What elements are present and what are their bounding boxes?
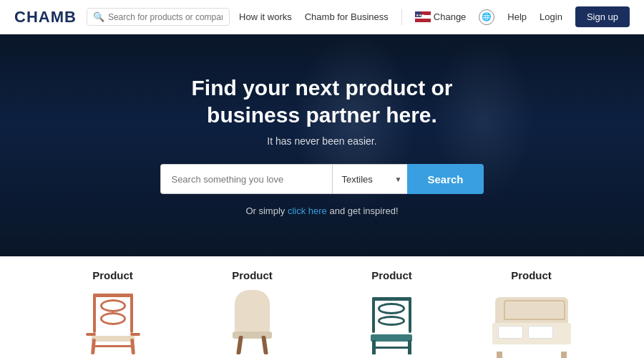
hero-content: Find your next product or business partn… [160,74,483,216]
nav-search-input[interactable] [108,12,223,22]
hero-search-button[interactable]: Search [407,164,483,194]
globe-icon[interactable]: 🌐 [479,9,494,25]
hero-title: Find your next product or business partn… [160,74,483,128]
hero-section: Find your next product or business partn… [0,34,644,256]
product-label-3: Product [371,269,412,281]
hero-cta-text: Or simply click here and get inspired! [160,205,483,216]
product-card-2[interactable]: Product [182,269,322,354]
navbar: CHAMB 🔍 How it works Chamb for Business … [0,0,644,34]
nav-login-button[interactable]: Login [540,11,562,22]
hero-search-input[interactable] [160,164,332,194]
nav-signup-button[interactable]: Sign up [575,6,630,27]
logo[interactable]: CHAMB [14,8,77,26]
svg-rect-2 [415,19,431,22]
nav-change-language[interactable]: ★★★ Change [415,11,467,22]
hero-category-select-wrap: Textiles Furniture Electronics Fashion ▼ [332,164,407,194]
nav-link-chamb-business[interactable]: Chamb for Business [305,11,389,22]
product-card-4[interactable]: Product [462,269,601,354]
hero-search-row: Textiles Furniture Electronics Fashion ▼… [160,164,483,194]
product-label-1: Product [92,269,133,281]
hero-cta-link[interactable]: click here [288,205,327,216]
nav-link-how-it-works[interactable]: How it works [239,11,292,22]
svg-text:★★★: ★★★ [416,13,425,17]
change-label: Change [434,11,467,22]
hero-category-select[interactable]: Textiles Furniture Electronics Fashion [332,164,407,194]
hero-subtitle: It has never been easier. [160,135,483,147]
product-card-1[interactable]: Product [43,269,182,354]
products-section: Product Product [0,256,644,358]
flag-icon: ★★★ [415,11,431,22]
nav-links: How it works Chamb for Business ★★★ Chan… [239,6,630,27]
product-label-4: Product [511,269,552,281]
product-image-4 [489,290,575,354]
nav-help[interactable]: Help [507,11,527,22]
product-image-3 [360,290,424,354]
product-image-2 [220,290,285,354]
product-image-1 [81,290,145,354]
search-icon: 🔍 [93,11,104,22]
nav-search-wrap[interactable]: 🔍 [87,8,230,26]
product-label-2: Product [232,269,273,281]
product-card-3[interactable]: Product [322,269,462,354]
nav-divider [401,9,402,25]
